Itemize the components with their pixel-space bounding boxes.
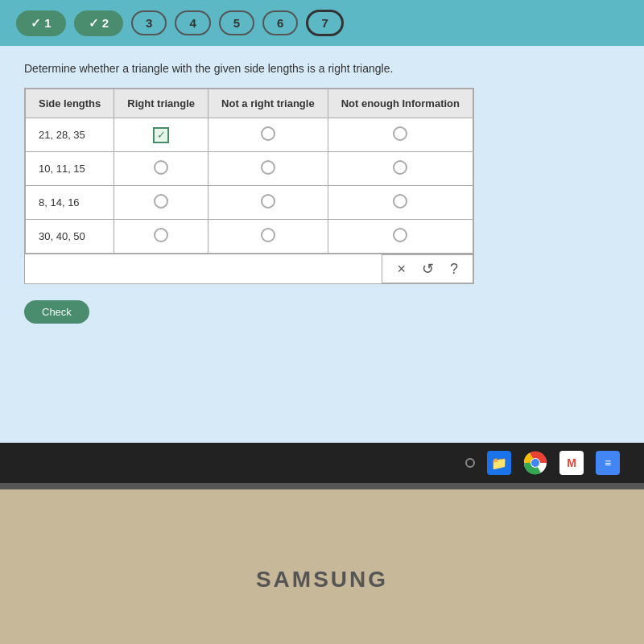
table-row: 10, 11, 15 xyxy=(26,152,473,186)
radio-circle-notenough-3[interactable] xyxy=(393,194,407,208)
help-icon[interactable]: ? xyxy=(450,261,458,278)
nav-btn-3[interactable]: 3 xyxy=(131,10,167,35)
checkbox-selected-1[interactable]: ✓ xyxy=(153,127,169,143)
radio-notenough-3[interactable] xyxy=(328,186,473,220)
col-header-not-enough: Not enough Information xyxy=(328,89,473,118)
col-header-right: Right triangle xyxy=(114,89,208,118)
radio-right-4[interactable] xyxy=(114,220,208,254)
col-header-sides: Side lengths xyxy=(26,89,114,118)
taskbar: 📁 M ≡ xyxy=(0,443,644,483)
nav-bar: ✓ 1 ✓ 2 3 4 5 6 7 xyxy=(0,0,644,46)
radio-right-1[interactable]: ✓ xyxy=(114,118,208,152)
radio-circle-notright-3[interactable] xyxy=(261,194,275,208)
answer-toolbar: × ↺ ? xyxy=(382,254,473,283)
radio-circle-right-3[interactable] xyxy=(154,194,168,208)
radio-notright-3[interactable] xyxy=(208,186,328,220)
clear-icon[interactable]: × xyxy=(397,261,406,278)
answer-table: Side lengths Right triangle Not a right … xyxy=(25,89,473,254)
radio-notright-1[interactable] xyxy=(208,118,328,152)
side-lengths-3: 8, 14, 16 xyxy=(26,186,114,220)
side-lengths-4: 30, 40, 50 xyxy=(26,220,114,254)
laptop-hinge xyxy=(0,483,644,489)
nav-btn-1[interactable]: ✓ 1 xyxy=(16,10,66,36)
radio-notright-2[interactable] xyxy=(208,152,328,186)
radio-notright-4[interactable] xyxy=(208,220,328,254)
table-row: 21, 28, 35 ✓ xyxy=(26,118,473,152)
radio-right-2[interactable] xyxy=(114,152,208,186)
radio-circle-notenough-2[interactable] xyxy=(393,160,407,175)
radio-notenough-4[interactable] xyxy=(328,220,473,254)
content-area: Determine whether a triangle with the gi… xyxy=(0,46,644,340)
brand-label: SAMSUNG xyxy=(256,567,388,592)
taskbar-circle[interactable] xyxy=(465,458,475,468)
radio-circle-notright-1[interactable] xyxy=(261,126,275,141)
nav-btn-4[interactable]: 4 xyxy=(175,10,210,35)
files-icon[interactable]: 📁 xyxy=(487,451,511,475)
table-row: 8, 14, 16 xyxy=(26,186,473,220)
nav-btn-6[interactable]: 6 xyxy=(262,10,298,35)
chrome-icon[interactable] xyxy=(523,451,547,475)
radio-circle-notright-4[interactable] xyxy=(261,228,275,242)
radio-notenough-1[interactable] xyxy=(328,118,473,152)
col-header-not-right: Not a right triangle xyxy=(208,89,328,118)
side-lengths-1: 21, 28, 35 xyxy=(26,118,114,152)
radio-notenough-2[interactable] xyxy=(328,152,473,186)
nav-btn-7[interactable]: 7 xyxy=(306,10,343,36)
radio-circle-right-2[interactable] xyxy=(154,160,168,175)
side-lengths-2: 10, 11, 15 xyxy=(26,152,114,186)
laptop-bezel: SAMSUNG xyxy=(0,483,644,644)
nav-btn-5[interactable]: 5 xyxy=(219,10,254,35)
radio-right-3[interactable] xyxy=(114,186,208,220)
radio-circle-notright-2[interactable] xyxy=(261,160,275,175)
radio-circle-right-4[interactable] xyxy=(154,228,168,242)
nav-btn-2[interactable]: ✓ 2 xyxy=(74,10,124,36)
table-row: 30, 40, 50 xyxy=(26,220,473,254)
gmail-icon[interactable]: M xyxy=(559,451,584,475)
svg-point-2 xyxy=(531,459,539,467)
docs-icon[interactable]: ≡ xyxy=(596,451,620,475)
radio-circle-notenough-1[interactable] xyxy=(393,126,407,141)
question-text: Determine whether a triangle with the gi… xyxy=(24,62,620,75)
check-button[interactable]: Check xyxy=(24,300,89,324)
radio-circle-notenough-4[interactable] xyxy=(393,228,407,242)
table-container: Side lengths Right triangle Not a right … xyxy=(24,88,474,284)
undo-icon[interactable]: ↺ xyxy=(422,260,434,278)
